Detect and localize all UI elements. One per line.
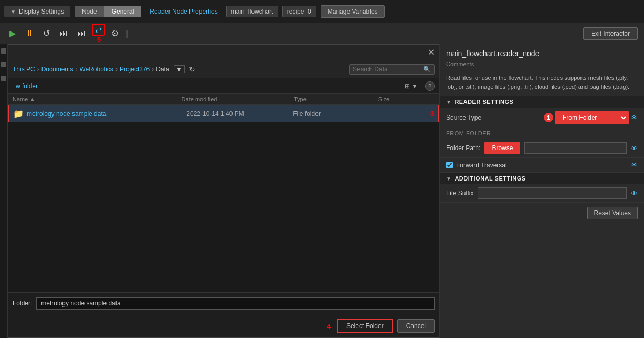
- file-row[interactable]: 📁 metrology node sample data 2022-10-14 …: [8, 105, 439, 122]
- breadcrumb-werobotics[interactable]: WeRobotics: [79, 66, 113, 73]
- toolbar-row: ▶ ⏸ ↺ ⏭ ⏭ ⇄ 5 ⚙ | Exit Interactor: [0, 23, 644, 44]
- triangle-icon: ▼: [10, 9, 16, 15]
- breadcrumb-data: Data: [156, 66, 169, 73]
- browse-button[interactable]: Browse: [484, 142, 520, 154]
- step1-badge: 1: [544, 113, 553, 122]
- reader-settings-header: ▼ READER SETTINGS: [440, 96, 644, 108]
- source-type-select[interactable]: From Folder: [555, 111, 629, 124]
- tab-node[interactable]: Node: [75, 6, 104, 17]
- file-type: File folder: [293, 110, 373, 118]
- file-suffix-eye-icon[interactable]: 👁: [631, 189, 638, 197]
- breadcrumb-this-pc[interactable]: This PC: [13, 66, 35, 73]
- folder-input-row: Folder:: [8, 292, 439, 314]
- dialog-close-button[interactable]: ✕: [428, 48, 435, 57]
- column-type[interactable]: Type: [294, 96, 378, 102]
- file-date: 2022-10-14 1:40 PM: [186, 110, 293, 118]
- additional-settings-header: ▼ ADDITIONAL SETTINGS: [440, 173, 644, 184]
- reload-button[interactable]: ↺: [40, 27, 53, 39]
- source-type-eye-icon[interactable]: 👁: [631, 114, 638, 122]
- file-dialog: ✕ This PC › Documents › WeRobotics › Pro…: [8, 44, 439, 338]
- reader-node-props-link[interactable]: Reader Node Properties: [145, 6, 221, 17]
- file-list: Name ▲ Date modified Type Size 📁 metrolo…: [8, 94, 439, 292]
- folder-path-label: Folder Path:: [446, 144, 480, 152]
- top-bar: ▼ Display Settings Node General Reader N…: [0, 0, 644, 23]
- left-panel-icon-3: [1, 76, 6, 81]
- display-settings-label: Display Settings: [19, 8, 64, 15]
- select-folder-button[interactable]: Select Folder: [337, 319, 393, 333]
- tab-general[interactable]: General: [104, 6, 142, 17]
- file-toolbar: w folder ⊞ ▼ ?: [8, 78, 439, 94]
- breadcrumb-sep-2: ›: [75, 66, 77, 73]
- forward-traversal-row: Forward Traversal 👁: [440, 158, 644, 173]
- column-date[interactable]: Date modified: [182, 96, 294, 102]
- forward-traversal-label: Forward Traversal: [456, 162, 507, 169]
- sort-arrow-icon: ▲: [30, 97, 35, 102]
- cancel-button[interactable]: Cancel: [397, 319, 435, 333]
- file-suffix-label: File Suffix: [446, 189, 473, 197]
- file-list-header: Name ▲ Date modified Type Size: [8, 94, 439, 105]
- breadcrumb-documents[interactable]: Documents: [41, 66, 73, 73]
- column-size[interactable]: Size: [378, 96, 435, 102]
- additional-settings-label: ADDITIONAL SETTINGS: [455, 175, 525, 182]
- source-type-row: Source Type 1 From Folder 👁: [440, 108, 644, 128]
- breadcrumb-sep-1: ›: [37, 66, 39, 73]
- breadcrumb-sep-3: ›: [115, 66, 118, 73]
- folder-path-input[interactable]: [524, 142, 627, 154]
- dialog-title-bar: ✕: [8, 45, 439, 60]
- settings-button[interactable]: ⚙: [108, 27, 122, 39]
- source-type-value: 1 From Folder 👁: [544, 111, 638, 124]
- view-toggle-button[interactable]: ⊞ ▼: [402, 81, 421, 91]
- breadcrumb-sep-4: ›: [152, 66, 154, 73]
- right-panel-description: Read files for use in the flowchart. Thi…: [440, 71, 644, 96]
- folder-label: Folder:: [13, 300, 32, 307]
- recipe-dropdown[interactable]: recipe_0: [282, 6, 316, 17]
- file-suffix-input[interactable]: [478, 187, 627, 199]
- left-panel-icon-1: [1, 48, 6, 54]
- flowchart-dropdown[interactable]: main_flowchart: [226, 6, 278, 17]
- search-box: 🔍: [349, 64, 435, 75]
- file-name: metrology node sample data: [27, 110, 186, 118]
- skip-end-button[interactable]: ⏭: [56, 28, 71, 39]
- search-input[interactable]: [353, 66, 421, 73]
- main-layout: ✕ This PC › Documents › WeRobotics › Pro…: [0, 44, 644, 338]
- right-panel-comments: Comments: [440, 60, 644, 71]
- browse-row: Folder Path: Browse 👁: [440, 139, 644, 158]
- breadcrumb-bar: This PC › Documents › WeRobotics › Proje…: [8, 60, 439, 78]
- play-button[interactable]: ▶: [6, 27, 19, 39]
- exit-interactor-button[interactable]: Exit Interactor: [583, 27, 638, 40]
- column-name[interactable]: Name ▲: [13, 96, 182, 102]
- search-icon: 🔍: [423, 66, 431, 73]
- folder-path-eye-icon[interactable]: 👁: [631, 144, 638, 152]
- folder-input[interactable]: [36, 297, 435, 310]
- skip-all-button[interactable]: ⏭: [74, 28, 89, 39]
- new-folder-button[interactable]: w folder: [13, 81, 41, 91]
- display-settings-panel: ▼ Display Settings: [4, 6, 70, 17]
- forward-traversal-eye-icon[interactable]: 👁: [631, 161, 638, 169]
- right-panel-title: main_flowchart.reader_node: [440, 44, 644, 60]
- breadcrumb-project[interactable]: Project376: [120, 66, 150, 73]
- step5-label: 5: [97, 36, 101, 44]
- right-panel: main_flowchart.reader_node Comments Read…: [439, 44, 644, 338]
- breadcrumb-dropdown-button[interactable]: ▼: [174, 65, 185, 73]
- left-panel-icon-2: [1, 62, 6, 67]
- folder-icon: 📁: [13, 109, 24, 119]
- node-general-tabs: Node General: [75, 6, 141, 17]
- forward-traversal-checkbox[interactable]: [446, 162, 453, 168]
- file-suffix-row: File Suffix 👁: [440, 184, 644, 203]
- pause-button[interactable]: ⏸: [22, 28, 37, 39]
- step4-badge: 4: [327, 322, 331, 330]
- row-num-badge: 3: [430, 110, 434, 118]
- section-triangle-icon: ▼: [446, 99, 451, 105]
- additional-triangle-icon: ▼: [446, 176, 451, 182]
- from-folder-header: FROM FOLDER: [440, 128, 644, 139]
- left-panel: [0, 44, 8, 338]
- reset-values-button[interactable]: Reset Values: [587, 207, 638, 219]
- breadcrumb-refresh-button[interactable]: ↻: [187, 65, 197, 73]
- help-button[interactable]: ?: [425, 81, 435, 91]
- reader-settings-label: READER SETTINGS: [455, 99, 513, 105]
- toggle-button[interactable]: ⇄: [92, 24, 105, 36]
- source-type-label: Source Type: [446, 114, 481, 121]
- dialog-buttons: 4 Select Folder Cancel: [8, 314, 439, 337]
- manage-variables-button[interactable]: Manage Variables: [321, 5, 385, 18]
